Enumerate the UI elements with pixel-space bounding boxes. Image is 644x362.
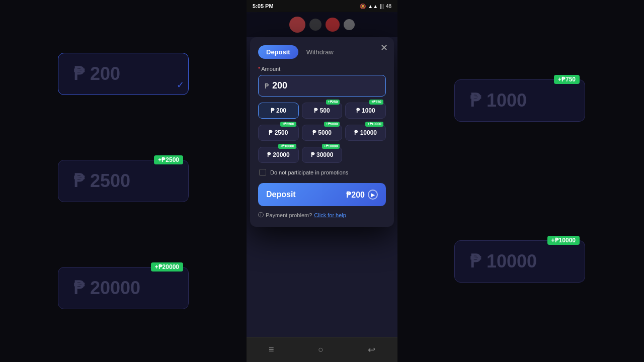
app-header (247, 12, 397, 37)
badge-2500: +₱2500 (280, 122, 296, 127)
amount-btn-1000[interactable]: +₱750 ₱ 1000 (345, 103, 386, 119)
checkbox-row: Do not participate in promotions (258, 169, 386, 176)
amount-label-text: Amount (261, 66, 280, 72)
bg-badge-1000: +₱750 (554, 75, 580, 84)
wifi-icon: ▲▲ (368, 4, 378, 9)
close-button[interactable]: ✕ (380, 42, 388, 53)
arrow-right-icon: ▶ (368, 190, 378, 200)
tab-bar: Deposit Withdraw (258, 45, 386, 59)
deposit-button[interactable]: Deposit ₱200 ▶ (258, 183, 386, 206)
avatar-2 (309, 19, 321, 31)
bg-badge-10000: +₱10000 (547, 236, 580, 245)
badge-30000: +₱10000 (322, 144, 340, 149)
info-icon: ⓘ (258, 211, 264, 219)
promotions-checkbox[interactable] (259, 169, 266, 176)
bottom-nav: ≡ ○ ↩ (247, 337, 397, 362)
background-left: ₱ 200 ✓ +₱2500 ₱ 2500 +₱20000 ₱ 20000 (0, 0, 247, 362)
nav-back-icon[interactable]: ↩ (368, 344, 375, 355)
amount-grid-row2: +₱2500 ₱ 2500 +₱5000 ₱ 5000 +₱10000 ₱ 10… (258, 125, 386, 141)
bg-card-20000: +₱20000 ₱ 20000 (58, 267, 189, 309)
nav-menu-icon[interactable]: ≡ (269, 344, 274, 355)
currency-symbol: ₱ (265, 82, 269, 90)
bg-card-200: ₱ 200 ✓ (58, 53, 189, 95)
amount-btn-500[interactable]: +₱250 ₱ 500 (302, 103, 343, 119)
nav-home-icon[interactable]: ○ (318, 344, 324, 355)
amount-btn-20000[interactable]: +₱10000 ₱ 20000 (258, 147, 299, 163)
status-bar: 5:05 PM 🔕 ▲▲ ||| 48 (247, 0, 397, 12)
amount-btn-200[interactable]: ₱ 200 (258, 103, 299, 119)
avatar-4 (344, 19, 355, 30)
bg-amount-2500: ₱ 2500 (73, 170, 130, 192)
tab-withdraw[interactable]: Withdraw (302, 45, 338, 59)
deposit-modal: ✕ Deposit Withdraw * Amount ₱ 200 ₱ 200 … (250, 37, 394, 227)
bg-amount-1000: ₱ 1000 (470, 90, 527, 111)
amount-btn-30000[interactable]: +₱10000 ₱ 30000 (302, 147, 343, 163)
amount-input-value: 200 (272, 80, 287, 91)
payment-problem-text: Payment problem? (266, 212, 312, 218)
status-time: 5:05 PM (253, 3, 274, 9)
amount-input-wrapper[interactable]: ₱ 200 (258, 75, 386, 97)
amount-grid-row1: ₱ 200 +₱250 ₱ 500 +₱750 ₱ 1000 (258, 103, 386, 119)
amount-grid-row3: +₱10000 ₱ 20000 +₱10000 ₱ 30000 (258, 147, 386, 163)
checkbox-label: Do not participate in promotions (270, 169, 348, 175)
amount-btn-10000[interactable]: +₱10000 ₱ 10000 (345, 125, 386, 141)
amount-label: * Amount (258, 66, 386, 72)
background-right: +₱750 ₱ 1000 +₱10000 ₱ 10000 (395, 0, 644, 362)
bg-card-1000: +₱750 ₱ 1000 (454, 79, 585, 122)
modal-overlay: ✕ Deposit Withdraw * Amount ₱ 200 ₱ 200 … (247, 37, 397, 337)
bg-amount-10000: ₱ 10000 (470, 251, 537, 272)
bg-amount-20000: ₱ 20000 (73, 278, 140, 299)
bg-card-10000: +₱10000 ₱ 10000 (454, 240, 585, 283)
required-star: * (258, 66, 260, 72)
bg-badge-20000: +₱20000 (151, 262, 183, 272)
tab-deposit[interactable]: Deposit (258, 45, 298, 59)
deposit-button-amount: ₱200 ▶ (346, 190, 378, 200)
bg-amount-200: ₱ 200 (73, 63, 120, 84)
click-for-help-link[interactable]: Click for help (314, 212, 346, 218)
battery-icon: 48 (386, 4, 391, 9)
signal-icon: ||| (380, 4, 384, 9)
amount-btn-2500[interactable]: +₱2500 ₱ 2500 (258, 125, 299, 141)
badge-1000: +₱750 (369, 100, 383, 105)
badge-20000: +₱10000 (278, 144, 296, 149)
bg-badge-2500: +₱2500 (154, 155, 183, 164)
amount-btn-5000[interactable]: +₱5000 ₱ 5000 (302, 125, 343, 141)
badge-5000: +₱5000 (324, 122, 340, 127)
avatar-3 (326, 18, 340, 32)
phone-frame: 5:05 PM 🔕 ▲▲ ||| 48 ✕ Deposit Withdraw * (247, 0, 397, 362)
checkmark-icon: ✓ (177, 79, 184, 90)
deposit-amount-value: ₱200 (346, 190, 365, 200)
payment-problem-row: ⓘ Payment problem? Click for help (258, 211, 386, 219)
deposit-button-label: Deposit (266, 190, 296, 199)
bg-card-2500: +₱2500 ₱ 2500 (58, 160, 189, 202)
avatar-1 (289, 17, 305, 33)
notification-icon: 🔕 (360, 4, 366, 9)
badge-500: +₱250 (326, 100, 340, 105)
badge-10000: +₱10000 (365, 122, 383, 127)
status-icons: 🔕 ▲▲ ||| 48 (360, 4, 391, 9)
